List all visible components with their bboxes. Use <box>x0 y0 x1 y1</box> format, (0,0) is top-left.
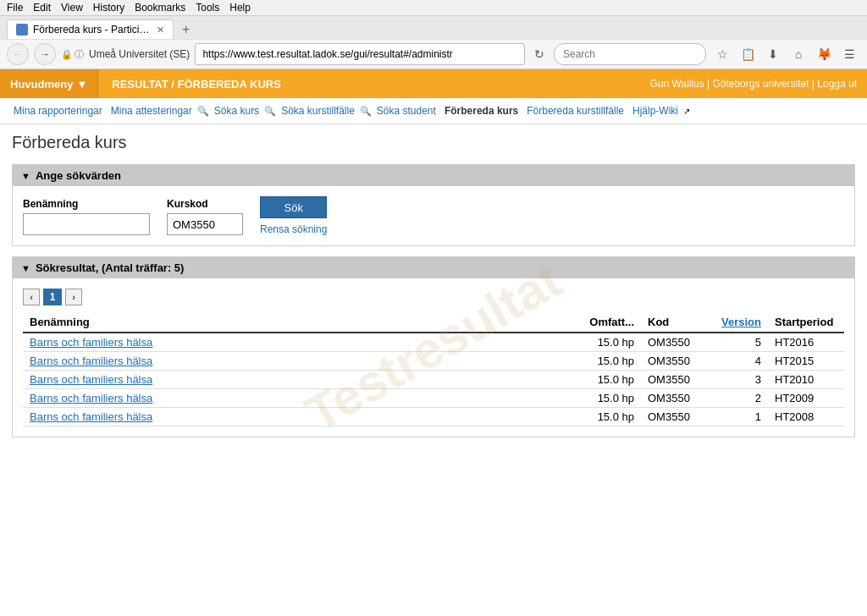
nav-links: Mina rapporteringar Mina attesteringar 🔍… <box>0 98 867 124</box>
clear-search-link[interactable]: Rensa sökning <box>260 223 327 235</box>
col-benaming: Benämning <box>23 312 573 333</box>
kurskod-input[interactable] <box>167 213 243 235</box>
top-nav: Huvudmeny ▼ RESULTAT / FÖRBEREDA KURS Gu… <box>0 69 867 98</box>
bookmark-star-icon[interactable]: ☆ <box>711 43 733 65</box>
row-kod: OM3550 <box>641 408 709 426</box>
results-section-header[interactable]: ▼ Sökresultat, (Antal träffar: 5) <box>13 257 854 278</box>
nav-soka-student[interactable]: Söka student <box>373 103 439 118</box>
reload-button[interactable]: ↻ <box>530 45 549 63</box>
home-icon[interactable]: ⌂ <box>787 43 809 65</box>
next-page-button[interactable]: › <box>65 289 82 305</box>
menu-help[interactable]: Help <box>229 2 251 14</box>
application: Huvudmeny ▼ RESULTAT / FÖRBEREDA KURS Gu… <box>0 69 867 560</box>
browser-chrome: File Edit View History Bookmarks Tools H… <box>0 0 867 69</box>
row-omfattning: 15.0 hp <box>573 352 641 371</box>
user-info: Gun Wallius | Göteborgs universitet | Lo… <box>639 78 867 90</box>
new-tab-button[interactable]: + <box>177 20 195 39</box>
search-section-body: Benämning Kurskod Sök Rensa sökning <box>13 186 854 245</box>
search-button[interactable]: Sök <box>260 196 327 218</box>
row-kod: OM3550 <box>641 333 709 352</box>
menu-history[interactable]: History <box>93 2 124 14</box>
row-version: 2 <box>709 389 768 408</box>
row-version: 3 <box>709 371 768 389</box>
nav-forbereda-kurstillfalle[interactable]: Förbereda kurstillfälle <box>523 103 627 118</box>
row-kod: OM3550 <box>641 371 709 389</box>
table-header: Benämning Omfatt... Kod Version Startper… <box>23 312 844 333</box>
pocket-icon[interactable]: ⬇ <box>762 43 784 65</box>
menu-icon[interactable]: ☰ <box>838 43 860 65</box>
back-button[interactable]: ← <box>7 43 29 65</box>
fox-icon[interactable]: 🦊 <box>813 43 835 65</box>
nav-hjalp-wiki[interactable]: Hjälp-Wiki <box>629 103 682 118</box>
row-version: 4 <box>709 352 768 371</box>
row-startperiod: HT2008 <box>768 408 844 426</box>
search-icon-3: 🔍 <box>360 106 372 117</box>
row-benaming[interactable]: Barns och familiers hälsa <box>23 371 573 389</box>
benaming-field: Benämning <box>23 198 150 235</box>
kurskod-field: Kurskod <box>167 198 243 235</box>
row-omfattning: 15.0 hp <box>573 389 641 408</box>
row-version: 5 <box>709 333 768 352</box>
search-button-field: Sök Rensa sökning <box>260 196 327 235</box>
benaming-label: Benämning <box>23 198 150 210</box>
main-menu-label: Huvudmeny <box>10 78 73 91</box>
security-icon: 🔒 <box>61 49 73 60</box>
row-startperiod: HT2010 <box>768 371 844 389</box>
tab-bar: Förbereda kurs - Participati... ✕ + <box>0 16 867 39</box>
menu-edit[interactable]: Edit <box>33 2 51 14</box>
row-benaming[interactable]: Barns och familiers hälsa <box>23 333 573 352</box>
address-bar: ← → 🔒 ⓘ Umeå Universitet (SE) ↻ ☆ 📋 ⬇ ⌂ … <box>0 39 867 69</box>
nav-mina-attesteringar[interactable]: Mina attesteringar <box>108 103 196 118</box>
menu-view[interactable]: View <box>61 2 83 14</box>
nav-soka-kurs[interactable]: Söka kurs <box>211 103 262 118</box>
results-section: ▼ Sökresultat, (Antal träffar: 5) Testre… <box>12 256 855 437</box>
row-kod: OM3550 <box>641 352 709 371</box>
current-page: 1 <box>43 289 62 305</box>
row-startperiod: HT2016 <box>768 333 844 352</box>
row-benaming[interactable]: Barns och familiers hälsa <box>23 352 573 371</box>
prev-page-button[interactable]: ‹ <box>23 289 40 305</box>
search-icon-2: 🔍 <box>264 106 276 117</box>
forward-button[interactable]: → <box>34 43 56 65</box>
menu-tools[interactable]: Tools <box>196 2 219 14</box>
nav-soka-kurstillfalle[interactable]: Söka kurstillfälle <box>278 103 358 118</box>
table-body: Barns och familiers hälsa 15.0 hp OM3550… <box>23 333 844 426</box>
menu-bookmarks[interactable]: Bookmarks <box>135 2 185 14</box>
main-menu-arrow: ▼ <box>76 78 87 91</box>
search-input[interactable] <box>554 43 706 65</box>
row-startperiod: HT2015 <box>768 352 844 371</box>
search-section: ▼ Ange sökvärden Benämning Kurskod Sök R <box>12 164 855 246</box>
search-section-header[interactable]: ▼ Ange sökvärden <box>13 165 854 186</box>
tab-favicon <box>16 24 28 36</box>
toolbar-icons: ☆ 📋 ⬇ ⌂ 🦊 ☰ <box>711 43 860 65</box>
nav-mina-rapporteringar[interactable]: Mina rapporteringar <box>10 103 106 118</box>
tab-close-icon[interactable]: ✕ <box>157 25 164 36</box>
external-link-icon: ↗ <box>683 107 690 116</box>
search-icon-1: 🔍 <box>197 106 209 117</box>
table-row: Barns och familiers hälsa 15.0 hp OM3550… <box>23 389 844 408</box>
col-version[interactable]: Version <box>709 312 768 333</box>
search-section-arrow: ▼ <box>21 171 30 181</box>
tab-title: Förbereda kurs - Participati... <box>33 24 152 36</box>
active-tab[interactable]: Förbereda kurs - Participati... ✕ <box>7 19 174 39</box>
url-input[interactable] <box>195 43 525 65</box>
table-row: Barns och familiers hälsa 15.0 hp OM3550… <box>23 408 844 426</box>
reading-list-icon[interactable]: 📋 <box>737 43 759 65</box>
search-section-title: Ange sökvärden <box>36 169 121 182</box>
table-row: Barns och familiers hälsa 15.0 hp OM3550… <box>23 333 844 352</box>
row-kod: OM3550 <box>641 389 709 408</box>
results-section-body: Testresultat ‹ 1 › Benämning Omfatt... K… <box>13 278 854 437</box>
menu-bar: File Edit View History Bookmarks Tools H… <box>0 0 867 16</box>
row-benaming[interactable]: Barns och familiers hälsa <box>23 389 573 408</box>
row-startperiod: HT2009 <box>768 389 844 408</box>
table-header-row: Benämning Omfatt... Kod Version Startper… <box>23 312 844 333</box>
table-row: Barns och familiers hälsa 15.0 hp OM3550… <box>23 352 844 371</box>
results-table: Benämning Omfatt... Kod Version Startper… <box>23 312 844 426</box>
menu-file[interactable]: File <box>7 2 23 14</box>
benaming-input[interactable] <box>23 213 150 235</box>
row-benaming[interactable]: Barns och familiers hälsa <box>23 408 573 426</box>
row-omfattning: 15.0 hp <box>573 333 641 352</box>
main-menu-button[interactable]: Huvudmeny ▼ <box>0 69 98 98</box>
row-omfattning: 15.0 hp <box>573 408 641 426</box>
pagination: ‹ 1 › <box>23 289 844 305</box>
